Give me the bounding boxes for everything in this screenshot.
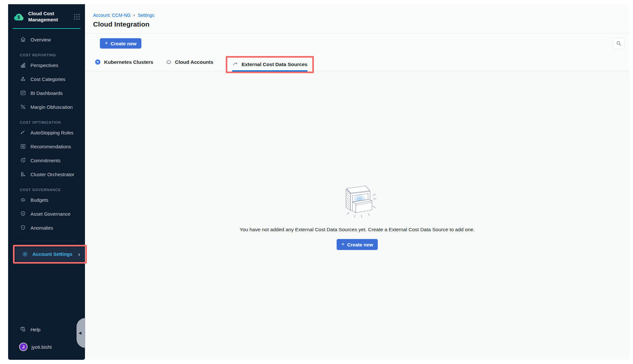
svg-text:$: $ <box>22 199 24 201</box>
sidebar-collapse-handle[interactable]: ◀ <box>77 318 85 348</box>
help-label: Help <box>30 327 41 332</box>
username: jyoti.bisht <box>31 344 52 350</box>
sidebar-item-label: Perspectives <box>30 63 58 68</box>
sidebar-item-label: Anomalies <box>30 225 53 231</box>
sidebar: $ Cloud Cost Management Overview COST RE… <box>8 4 85 360</box>
tab-external-cost-data-sources[interactable]: External Cost Data Sources <box>232 61 307 72</box>
cloud-cost-management-logo-icon: $ <box>13 12 24 22</box>
brand-title: Cloud Cost Management <box>28 11 64 23</box>
search-icon <box>616 40 622 46</box>
tab-kubernetes-clusters[interactable]: Kubernetes Clusters <box>95 59 153 65</box>
sidebar-item-label: Margin Obfuscation <box>30 104 73 110</box>
breadcrumb-settings-link[interactable]: Settings <box>138 13 154 18</box>
external-data-icon <box>232 61 238 67</box>
piggy-bank-icon: $ <box>20 197 26 203</box>
sidebar-item-recommendations[interactable]: Recommendations <box>12 140 81 154</box>
create-new-button-top[interactable]: + Create new <box>100 38 141 49</box>
section-label-cost-reporting: COST REPORTING <box>20 53 81 57</box>
svg-text:?: ? <box>22 327 23 330</box>
sidebar-item-account-settings[interactable]: Account Settings › <box>15 247 85 261</box>
sidebar-item-label: AutoStopping Rules <box>30 130 74 135</box>
sidebar-item-label: Recommendations <box>30 144 71 149</box>
breadcrumb-account-link[interactable]: Account: CCM-NG <box>93 13 131 18</box>
page-title: Cloud Integration <box>93 20 629 28</box>
apps-grid-icon[interactable] <box>73 13 80 20</box>
sidebar-nav: Overview COST REPORTING Perspectives Cos… <box>8 29 85 264</box>
tab-cloud-accounts[interactable]: Cloud Accounts <box>166 59 213 65</box>
sidebar-bottom: ? Help J jyoti.bisht <box>8 323 85 360</box>
create-new-label: Create new <box>111 41 137 46</box>
annotation-box-active-tab: External Cost Data Sources <box>226 56 314 73</box>
kubernetes-icon <box>95 59 101 65</box>
percent-icon <box>20 104 26 110</box>
sidebar-item-budgets[interactable]: $ Budgets <box>12 193 81 207</box>
svg-text:$: $ <box>22 212 24 215</box>
annotation-box-account-settings: Account Settings › <box>13 245 87 264</box>
sidebar-item-asset-governance[interactable]: $ Asset Governance <box>12 207 81 221</box>
shield-alert-icon: ! <box>20 224 26 231</box>
svg-text:$: $ <box>18 15 20 20</box>
sidebar-item-cost-categories[interactable]: Cost Categories <box>12 72 81 86</box>
help-button[interactable]: ? Help <box>12 323 81 336</box>
sidebar-item-margin-obfuscation[interactable]: Margin Obfuscation <box>12 100 81 114</box>
dashboard-chart-icon <box>20 90 26 96</box>
plus-icon: + <box>105 40 108 46</box>
sidebar-item-label: BI Dashboards <box>30 90 63 96</box>
recommendations-icon <box>20 143 26 150</box>
toolbar: + Create new <box>85 33 629 53</box>
sidebar-item-cluster-orchestrator[interactable]: Cluster Orchestrator <box>12 167 81 181</box>
sidebar-item-label: Cost Categories <box>30 76 66 82</box>
section-label-cost-optimization: COST OPTIMIZATION <box>20 120 81 124</box>
help-chat-icon: ? <box>20 326 26 333</box>
sidebar-item-label: Overview <box>30 37 51 42</box>
app-window: $ Cloud Cost Management Overview COST RE… <box>8 4 629 360</box>
brand-header: $ Cloud Cost Management <box>8 4 85 23</box>
breadcrumb: Account: CCM-NG › Settings <box>85 4 629 18</box>
avatar: J <box>19 343 28 351</box>
sidebar-item-label: Commitments <box>30 158 61 163</box>
tab-content: You have not added any External Cost Dat… <box>85 71 629 360</box>
user-menu[interactable]: J jyoti.bisht <box>12 340 81 353</box>
shapes-icon <box>20 76 26 82</box>
section-label-cost-governance: COST GOVERNANCE <box>20 188 81 192</box>
create-new-label: Create new <box>347 242 373 247</box>
search-button[interactable] <box>613 38 625 49</box>
cluster-orchestrator-icon <box>20 171 26 177</box>
clock-refresh-icon <box>20 157 26 164</box>
sidebar-item-label: Cluster Orchestrator <box>30 172 74 177</box>
sidebar-item-label: Asset Governance <box>30 211 70 217</box>
empty-drawer-illustration <box>336 179 378 218</box>
tabs-row: Kubernetes Clusters Cloud Accounts Exter… <box>85 53 629 71</box>
tab-label: Kubernetes Clusters <box>104 59 153 65</box>
sidebar-item-commitments[interactable]: Commitments <box>12 154 81 167</box>
empty-state-message: You have not added any External Cost Dat… <box>240 227 475 233</box>
bar-chart-icon <box>20 62 26 68</box>
sidebar-item-perspectives[interactable]: Perspectives <box>12 58 81 72</box>
sidebar-item-overview[interactable]: Overview <box>12 33 81 47</box>
home-icon <box>20 36 26 43</box>
shield-dollar-icon: $ <box>20 210 26 217</box>
breadcrumb-separator-icon: › <box>134 13 135 17</box>
main-panel: Account: CCM-NG › Settings Cloud Integra… <box>85 4 629 360</box>
create-new-button-empty-state[interactable]: + Create new <box>337 239 378 250</box>
chevron-right-icon: › <box>78 251 80 258</box>
autostopping-icon <box>20 129 26 136</box>
plus-icon: + <box>341 241 345 247</box>
sidebar-item-label: Budgets <box>30 197 48 203</box>
cloud-icon <box>166 59 172 65</box>
collapse-arrow-icon: ◀ <box>78 331 81 335</box>
tab-label: Cloud Accounts <box>175 59 213 65</box>
empty-state: You have not added any External Cost Dat… <box>240 179 475 250</box>
gear-icon <box>22 251 28 257</box>
sidebar-item-label: Account Settings <box>32 251 72 257</box>
sidebar-item-autostopping-rules[interactable]: AutoStopping Rules <box>12 126 81 140</box>
sidebar-item-bi-dashboards[interactable]: BI Dashboards <box>12 86 81 100</box>
tab-label: External Cost Data Sources <box>242 62 307 67</box>
sidebar-item-anomalies[interactable]: ! Anomalies <box>12 221 81 235</box>
sidebar-divider <box>17 241 77 241</box>
svg-text:!: ! <box>23 226 24 229</box>
